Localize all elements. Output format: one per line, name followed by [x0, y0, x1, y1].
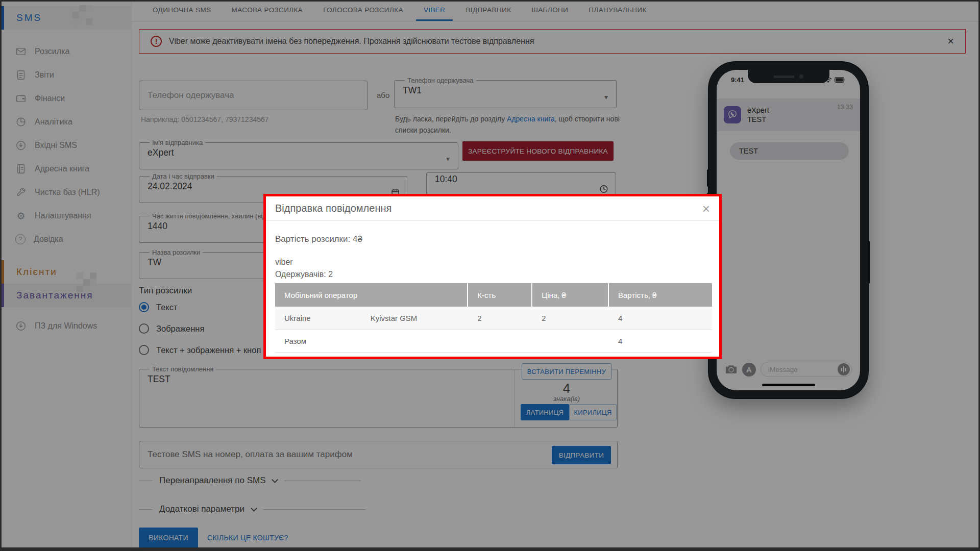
modal-title: Відправка повідомлення: [275, 203, 391, 214]
send-confirmation-modal: Відправка повідомлення × Вартість розсил…: [263, 194, 722, 359]
table-total-row: Разом 4: [275, 330, 712, 353]
cell-operator: Kyivstar GSM: [361, 314, 469, 322]
cell-cost: 4: [609, 314, 712, 322]
cost-table: Мобільний оператор К-сть Ціна, ₴ Вартіст…: [275, 283, 712, 353]
cost-table-header: Мобільний оператор К-сть Ціна, ₴ Вартіст…: [275, 283, 712, 307]
cell-total-cost: 4: [609, 337, 712, 345]
modal-recipients-line: Одержувачів: 2: [275, 270, 710, 279]
modal-channel: viber: [275, 258, 710, 267]
col-cost: Вартість, ₴: [609, 283, 712, 307]
col-operator: Мобільний оператор: [275, 283, 468, 307]
modal-body: Вартість розсилки: 4₴ viber Одержувачів:…: [266, 221, 719, 353]
table-row: Ukraine Kyivstar GSM 2 2 4: [275, 307, 712, 330]
cell-price: 2: [532, 314, 609, 322]
col-count: К-сть: [468, 283, 532, 307]
modal-cost-line: Вартість розсилки: 4₴: [275, 234, 710, 244]
cell-total-label: Разом: [275, 337, 361, 345]
modal-close-icon[interactable]: ×: [702, 202, 710, 215]
col-price: Ціна, ₴: [532, 283, 609, 307]
modal-header: Відправка повідомлення ×: [266, 196, 719, 221]
cell-country: Ukraine: [275, 314, 361, 322]
cell-count: 2: [468, 314, 532, 322]
